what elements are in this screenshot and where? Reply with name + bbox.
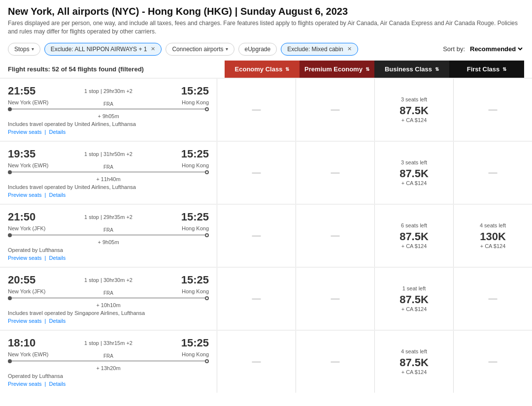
connection-filter[interactable]: Connection airports ▾ xyxy=(166,43,234,56)
premium-header[interactable]: Premium Economy ⇅ xyxy=(299,61,374,78)
stopover-label: FRA xyxy=(103,352,113,359)
table-row: 19:35 1 stop | 31hr50m +2 15:25 New York… xyxy=(0,141,532,204)
details-link[interactable]: Details xyxy=(49,255,66,261)
arrive-time: 15:25 xyxy=(181,211,209,223)
table-row: 20:55 1 stop | 30hr30m +2 15:25 New York… xyxy=(0,267,532,330)
business-cell[interactable]: 1 seat left 87.5K + CA $124 xyxy=(374,268,453,330)
preview-links: Preview seats | Details xyxy=(8,318,209,324)
details-link[interactable]: Details xyxy=(49,192,66,198)
flight-times: 19:35 1 stop | 31hr50m +2 15:25 xyxy=(8,148,209,160)
premium-cell: — xyxy=(296,268,374,330)
economy-header[interactable]: Economy Class ⇅ xyxy=(225,61,299,78)
stopover-label: FRA xyxy=(103,226,113,233)
flights-list: 21:55 1 stop | 29hr30m +2 15:25 New York… xyxy=(0,78,532,393)
first-cell: — xyxy=(453,331,532,393)
arrive-time: 15:25 xyxy=(181,274,209,286)
unavailable-dash: — xyxy=(331,230,340,241)
operated-by: Operated by Lufthansa xyxy=(8,373,209,379)
table-row: 18:10 1 stop | 33hr15m +2 15:25 New York… xyxy=(0,330,532,393)
economy-cell: — xyxy=(217,142,296,204)
eupgrade-filter[interactable]: eUpgrade xyxy=(238,43,277,56)
first-label: First Class xyxy=(467,65,499,73)
unavailable-dash: — xyxy=(489,104,498,115)
business-cell[interactable]: 6 seats left 87.5K + CA $124 xyxy=(374,205,453,267)
business-cell[interactable]: 4 seats left 87.5K + CA $124 xyxy=(374,331,453,393)
business-cell[interactable]: 3 seats left 87.5K + CA $124 xyxy=(374,79,453,141)
stop-info: 1 stop | 31hr50m +2 xyxy=(84,151,133,157)
route-line: FRA xyxy=(8,170,209,174)
preview-seats-link[interactable]: Preview seats xyxy=(8,381,41,387)
details-link[interactable]: Details xyxy=(49,129,66,135)
seats-left: 6 seats left xyxy=(401,222,427,228)
unavailable-dash: — xyxy=(252,104,261,115)
connection-label: Connection airports xyxy=(172,46,223,53)
business-label: Business Class xyxy=(385,65,432,73)
stop-info: 1 stop | 30hr30m +2 xyxy=(84,277,133,283)
route-line: FRA xyxy=(8,233,209,237)
route-line: FRA xyxy=(8,107,209,111)
flight-info: 19:35 1 stop | 31hr50m +2 15:25 New York… xyxy=(0,142,217,204)
depart-time: 20:55 xyxy=(8,274,35,286)
class-cells: —— 3 seats left 87.5K + CA $124 — xyxy=(217,79,532,141)
business-header[interactable]: Business Class ⇅ xyxy=(374,61,449,78)
details-link[interactable]: Details xyxy=(49,381,66,387)
dest-dot xyxy=(205,359,209,363)
sort-select[interactable]: Recommended Price Duration xyxy=(468,45,524,53)
flight-times: 20:55 1 stop | 30hr30m +2 15:25 xyxy=(8,274,209,286)
unavailable-dash: — xyxy=(489,356,498,367)
stop-info: 1 stop | 33hr15m +2 xyxy=(84,340,133,346)
preview-links: Preview seats | Details xyxy=(8,129,209,135)
operated-by: Operated by Lufthansa xyxy=(8,247,209,253)
stopover-label: FRA xyxy=(103,163,113,170)
stops-filter[interactable]: Stops ▾ xyxy=(8,43,40,56)
unavailable-dash: — xyxy=(252,167,261,178)
page-header: New York, All airports (NYC) - Hong Kong… xyxy=(0,0,532,38)
stop-info: 1 stop | 29hr30m +2 xyxy=(84,88,133,94)
first-header[interactable]: First Class ⇅ xyxy=(449,61,524,78)
arrive-time: 15:25 xyxy=(181,148,209,160)
origin: New York (JFK) xyxy=(8,225,45,231)
layover-time: + 9h05m xyxy=(8,113,209,119)
layover-time: + 10h10m xyxy=(8,302,209,308)
first-cell[interactable]: 4 seats left 130K + CA $124 xyxy=(453,205,532,267)
dest-dot xyxy=(205,170,209,174)
price-add: + CA $124 xyxy=(480,243,506,249)
class-cells: —— 1 seat left 87.5K + CA $124 — xyxy=(217,268,532,330)
first-sort-icon: ⇅ xyxy=(502,66,506,72)
exclude2-filter[interactable]: Exclude: Mixed cabin ✕ xyxy=(281,43,358,56)
seats-left: 3 seats left xyxy=(401,96,427,102)
price-add: + CA $124 xyxy=(401,369,427,375)
preview-seats-link[interactable]: Preview seats xyxy=(8,129,41,135)
preview-seats-link[interactable]: Preview seats xyxy=(8,255,41,261)
preview-seats-link[interactable]: Preview seats xyxy=(8,318,41,324)
points-value: 87.5K xyxy=(399,356,429,369)
exclude1-close-icon[interactable]: ✕ xyxy=(151,46,155,52)
preview-seats-link[interactable]: Preview seats xyxy=(8,192,41,198)
points-value: 87.5K xyxy=(399,230,429,243)
exclude1-filter[interactable]: Exclude: ALL NIPPON AIRWAYS + 1 ✕ xyxy=(44,43,162,56)
results-header-row: Flight results: 52 of 54 flights found (… xyxy=(0,61,532,78)
points-value: 87.5K xyxy=(399,293,429,306)
route-line-bar: FRA xyxy=(12,298,205,298)
origin: New York (EWR) xyxy=(8,99,49,105)
first-cell: — xyxy=(453,79,532,141)
depart-time: 21:50 xyxy=(8,211,35,223)
details-link[interactable]: Details xyxy=(49,318,66,324)
unavailable-dash: — xyxy=(252,230,261,241)
seats-left: 3 seats left xyxy=(401,159,427,165)
origin-dot xyxy=(8,296,12,300)
dest-dot xyxy=(205,296,209,300)
route-line-bar: FRA xyxy=(12,235,205,235)
preview-links: Preview seats | Details xyxy=(8,192,209,198)
exclude2-close-icon[interactable]: ✕ xyxy=(347,46,352,52)
layover-time: + 11h40m xyxy=(8,176,209,182)
unavailable-dash: — xyxy=(331,104,340,115)
preview-links: Preview seats | Details xyxy=(8,255,209,261)
stops-dropdown-icon: ▾ xyxy=(32,46,34,52)
sort-area: Sort by: Recommended Price Duration xyxy=(443,45,524,53)
business-sort-icon: ⇅ xyxy=(435,66,439,72)
class-cells: —— 4 seats left 87.5K + CA $124 — xyxy=(217,331,532,393)
business-cell[interactable]: 3 seats left 87.5K + CA $124 xyxy=(374,142,453,204)
unavailable-dash: — xyxy=(331,293,340,304)
class-cells: —— 6 seats left 87.5K + CA $124 4 seats … xyxy=(217,205,532,267)
